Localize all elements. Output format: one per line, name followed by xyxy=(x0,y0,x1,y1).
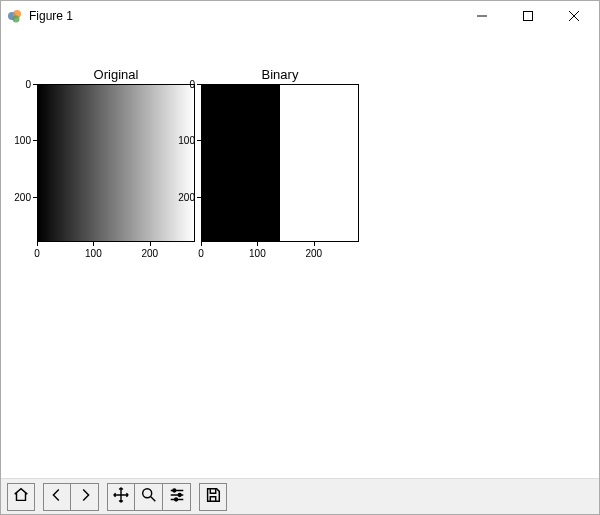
svg-point-2 xyxy=(13,16,20,23)
sliders-icon xyxy=(168,486,186,507)
arrow-right-icon xyxy=(76,486,94,507)
minimize-button[interactable] xyxy=(459,1,505,31)
svg-point-8 xyxy=(172,489,175,492)
home-button[interactable] xyxy=(7,483,35,511)
window-title: Figure 1 xyxy=(29,9,73,23)
home-icon xyxy=(12,486,30,507)
binary-black-region xyxy=(202,85,280,241)
plot-title-binary: Binary xyxy=(262,67,299,82)
ytick-label: 0 xyxy=(189,79,195,90)
ytick-label: 0 xyxy=(25,79,31,90)
svg-point-7 xyxy=(142,489,151,498)
app-icon xyxy=(7,8,23,24)
figure-window: Figure 1 Original 0 100 20 xyxy=(0,0,600,515)
ytick-label: 200 xyxy=(178,191,195,202)
titlebar: Figure 1 xyxy=(1,1,599,31)
axes-original xyxy=(37,84,195,242)
canvas-area: Original 0 100 200 0 100 200 xyxy=(1,31,599,478)
configure-button[interactable] xyxy=(163,483,191,511)
ytick-label: 200 xyxy=(14,191,31,202)
pan-button[interactable] xyxy=(107,483,135,511)
xtick-label: 200 xyxy=(305,248,322,259)
axes-binary xyxy=(201,84,359,242)
save-icon xyxy=(204,486,222,507)
svg-point-9 xyxy=(178,494,181,497)
plot-title-original: Original xyxy=(94,67,139,82)
ytick-label: 100 xyxy=(14,135,31,146)
matplotlib-toolbar xyxy=(1,478,599,514)
zoom-button[interactable] xyxy=(135,483,163,511)
zoom-icon xyxy=(140,486,158,507)
back-button[interactable] xyxy=(43,483,71,511)
xtick-label: 200 xyxy=(141,248,158,259)
xtick-label: 100 xyxy=(249,248,266,259)
xtick-label: 100 xyxy=(85,248,102,259)
close-button[interactable] xyxy=(551,1,597,31)
svg-point-10 xyxy=(174,498,177,501)
ytick-label: 100 xyxy=(178,135,195,146)
maximize-button[interactable] xyxy=(505,1,551,31)
subplot-binary: Binary 0 100 200 0 100 200 xyxy=(201,67,359,242)
arrow-left-icon xyxy=(48,486,66,507)
xtick-label: 0 xyxy=(34,248,40,259)
move-icon xyxy=(112,486,130,507)
xtick-label: 0 xyxy=(198,248,204,259)
subplot-original: Original 0 100 200 0 100 200 xyxy=(37,67,195,242)
forward-button[interactable] xyxy=(71,483,99,511)
save-button[interactable] xyxy=(199,483,227,511)
svg-rect-4 xyxy=(524,12,533,21)
